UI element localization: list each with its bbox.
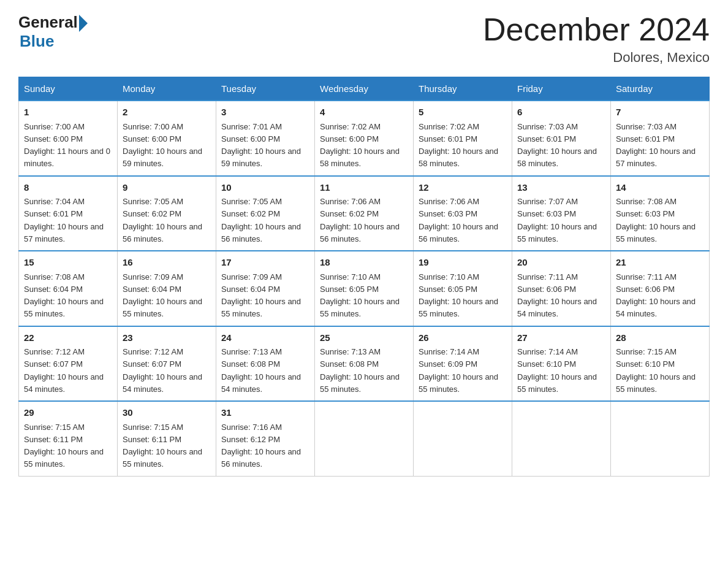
calendar-cell: 9Sunrise: 7:05 AMSunset: 6:02 PMDaylight… <box>118 176 216 251</box>
day-info: Sunrise: 7:02 AMSunset: 6:00 PMDaylight:… <box>320 122 400 169</box>
calendar-cell: 14Sunrise: 7:08 AMSunset: 6:03 PMDayligh… <box>611 176 710 251</box>
day-info: Sunrise: 7:04 AMSunset: 6:01 PMDaylight:… <box>24 197 104 243</box>
day-number: 22 <box>24 331 112 345</box>
day-number: 12 <box>419 181 507 195</box>
day-number: 25 <box>320 331 408 345</box>
calendar-cell: 28Sunrise: 7:15 AMSunset: 6:10 PMDayligh… <box>611 326 710 402</box>
calendar-cell: 26Sunrise: 7:14 AMSunset: 6:09 PMDayligh… <box>414 326 512 402</box>
day-number: 21 <box>616 256 704 270</box>
header-row: SundayMondayTuesdayWednesdayThursdayFrid… <box>19 77 710 101</box>
calendar-cell: 21Sunrise: 7:11 AMSunset: 6:06 PMDayligh… <box>611 251 710 326</box>
day-number: 18 <box>320 256 408 270</box>
calendar-cell: 23Sunrise: 7:12 AMSunset: 6:07 PMDayligh… <box>118 326 216 402</box>
day-number: 13 <box>517 181 605 195</box>
calendar-week-2: 8Sunrise: 7:04 AMSunset: 6:01 PMDaylight… <box>19 176 710 251</box>
calendar-week-5: 29Sunrise: 7:15 AMSunset: 6:11 PMDayligh… <box>19 401 710 476</box>
day-number: 26 <box>419 331 507 345</box>
calendar-cell: 16Sunrise: 7:09 AMSunset: 6:04 PMDayligh… <box>118 251 216 326</box>
day-info: Sunrise: 7:14 AMSunset: 6:10 PMDaylight:… <box>517 347 597 394</box>
header-day-saturday: Saturday <box>611 77 710 101</box>
day-number: 27 <box>517 331 605 345</box>
day-info: Sunrise: 7:10 AMSunset: 6:05 PMDaylight:… <box>419 272 498 319</box>
day-info: Sunrise: 7:01 AMSunset: 6:00 PMDaylight:… <box>221 122 301 169</box>
day-info: Sunrise: 7:05 AMSunset: 6:02 PMDaylight:… <box>221 197 301 243</box>
calendar-cell: 11Sunrise: 7:06 AMSunset: 6:02 PMDayligh… <box>315 176 414 251</box>
day-number: 31 <box>221 406 309 420</box>
day-number: 6 <box>517 105 605 120</box>
calendar-cell: 10Sunrise: 7:05 AMSunset: 6:02 PMDayligh… <box>216 176 315 251</box>
day-info: Sunrise: 7:08 AMSunset: 6:03 PMDaylight:… <box>616 197 696 243</box>
day-info: Sunrise: 7:06 AMSunset: 6:03 PMDaylight:… <box>419 197 498 243</box>
day-info: Sunrise: 7:00 AMSunset: 6:00 PMDaylight:… <box>24 122 110 169</box>
calendar-cell: 30Sunrise: 7:15 AMSunset: 6:11 PMDayligh… <box>118 401 216 476</box>
day-number: 1 <box>24 105 112 120</box>
calendar-cell <box>611 401 710 476</box>
calendar-cell: 2Sunrise: 7:00 AMSunset: 6:00 PMDaylight… <box>118 101 216 176</box>
day-number: 5 <box>419 105 507 120</box>
header-day-monday: Monday <box>118 77 216 101</box>
calendar-cell: 7Sunrise: 7:03 AMSunset: 6:01 PMDaylight… <box>611 101 710 176</box>
day-number: 8 <box>24 181 112 195</box>
day-number: 10 <box>221 181 309 195</box>
header-day-friday: Friday <box>512 77 611 101</box>
day-number: 19 <box>419 256 507 270</box>
calendar-cell: 17Sunrise: 7:09 AMSunset: 6:04 PMDayligh… <box>216 251 315 326</box>
header-day-wednesday: Wednesday <box>315 77 414 101</box>
day-number: 28 <box>616 331 704 345</box>
calendar-cell <box>414 401 512 476</box>
day-number: 29 <box>24 406 112 420</box>
calendar-cell: 15Sunrise: 7:08 AMSunset: 6:04 PMDayligh… <box>19 251 118 326</box>
calendar-body: 1Sunrise: 7:00 AMSunset: 6:00 PMDaylight… <box>19 101 710 476</box>
month-title: December 2024 <box>483 12 710 47</box>
day-info: Sunrise: 7:15 AMSunset: 6:10 PMDaylight:… <box>616 347 696 394</box>
day-info: Sunrise: 7:16 AMSunset: 6:12 PMDaylight:… <box>221 423 301 469</box>
day-number: 24 <box>221 331 309 345</box>
calendar-cell: 31Sunrise: 7:16 AMSunset: 6:12 PMDayligh… <box>216 401 315 476</box>
day-info: Sunrise: 7:11 AMSunset: 6:06 PMDaylight:… <box>616 272 696 319</box>
logo-blue-text: Blue <box>20 32 54 51</box>
calendar-week-4: 22Sunrise: 7:12 AMSunset: 6:07 PMDayligh… <box>19 326 710 402</box>
day-info: Sunrise: 7:00 AMSunset: 6:00 PMDaylight:… <box>123 122 202 169</box>
day-info: Sunrise: 7:15 AMSunset: 6:11 PMDaylight:… <box>123 423 202 469</box>
day-info: Sunrise: 7:13 AMSunset: 6:08 PMDaylight:… <box>320 347 400 394</box>
day-number: 16 <box>123 256 211 270</box>
calendar-cell: 19Sunrise: 7:10 AMSunset: 6:05 PMDayligh… <box>414 251 512 326</box>
day-number: 4 <box>320 105 408 120</box>
day-info: Sunrise: 7:10 AMSunset: 6:05 PMDaylight:… <box>320 272 400 319</box>
calendar-cell: 6Sunrise: 7:03 AMSunset: 6:01 PMDaylight… <box>512 101 611 176</box>
day-number: 30 <box>123 406 211 420</box>
header-day-thursday: Thursday <box>414 77 512 101</box>
calendar-cell: 8Sunrise: 7:04 AMSunset: 6:01 PMDaylight… <box>19 176 118 251</box>
calendar-cell: 3Sunrise: 7:01 AMSunset: 6:00 PMDaylight… <box>216 101 315 176</box>
day-number: 3 <box>221 105 309 120</box>
header-day-tuesday: Tuesday <box>216 77 315 101</box>
day-number: 17 <box>221 256 309 270</box>
calendar-cell <box>315 401 414 476</box>
calendar-cell: 13Sunrise: 7:07 AMSunset: 6:03 PMDayligh… <box>512 176 611 251</box>
calendar-cell <box>512 401 611 476</box>
calendar-header: SundayMondayTuesdayWednesdayThursdayFrid… <box>19 77 710 101</box>
day-info: Sunrise: 7:05 AMSunset: 6:02 PMDaylight:… <box>123 197 202 243</box>
day-info: Sunrise: 7:12 AMSunset: 6:07 PMDaylight:… <box>123 347 202 394</box>
calendar-cell: 24Sunrise: 7:13 AMSunset: 6:08 PMDayligh… <box>216 326 315 402</box>
day-number: 15 <box>24 256 112 270</box>
day-info: Sunrise: 7:06 AMSunset: 6:02 PMDaylight:… <box>320 197 400 243</box>
day-info: Sunrise: 7:03 AMSunset: 6:01 PMDaylight:… <box>616 122 696 169</box>
logo-general-text: General <box>18 13 78 32</box>
calendar-week-3: 15Sunrise: 7:08 AMSunset: 6:04 PMDayligh… <box>19 251 710 326</box>
day-info: Sunrise: 7:02 AMSunset: 6:01 PMDaylight:… <box>419 122 498 169</box>
day-info: Sunrise: 7:11 AMSunset: 6:06 PMDaylight:… <box>517 272 597 319</box>
logo: General Blue <box>18 12 88 51</box>
calendar-cell: 29Sunrise: 7:15 AMSunset: 6:11 PMDayligh… <box>19 401 118 476</box>
day-info: Sunrise: 7:14 AMSunset: 6:09 PMDaylight:… <box>419 347 498 394</box>
page-header: General Blue December 2024 Dolores, Mexi… <box>18 12 710 66</box>
calendar-week-1: 1Sunrise: 7:00 AMSunset: 6:00 PMDaylight… <box>19 101 710 176</box>
calendar-table: SundayMondayTuesdayWednesdayThursdayFrid… <box>18 77 710 477</box>
calendar-cell: 20Sunrise: 7:11 AMSunset: 6:06 PMDayligh… <box>512 251 611 326</box>
calendar-cell: 27Sunrise: 7:14 AMSunset: 6:10 PMDayligh… <box>512 326 611 402</box>
calendar-cell: 1Sunrise: 7:00 AMSunset: 6:00 PMDaylight… <box>19 101 118 176</box>
calendar-cell: 22Sunrise: 7:12 AMSunset: 6:07 PMDayligh… <box>19 326 118 402</box>
day-number: 14 <box>616 181 704 195</box>
logo-arrow-icon <box>79 15 88 32</box>
day-info: Sunrise: 7:03 AMSunset: 6:01 PMDaylight:… <box>517 122 597 169</box>
